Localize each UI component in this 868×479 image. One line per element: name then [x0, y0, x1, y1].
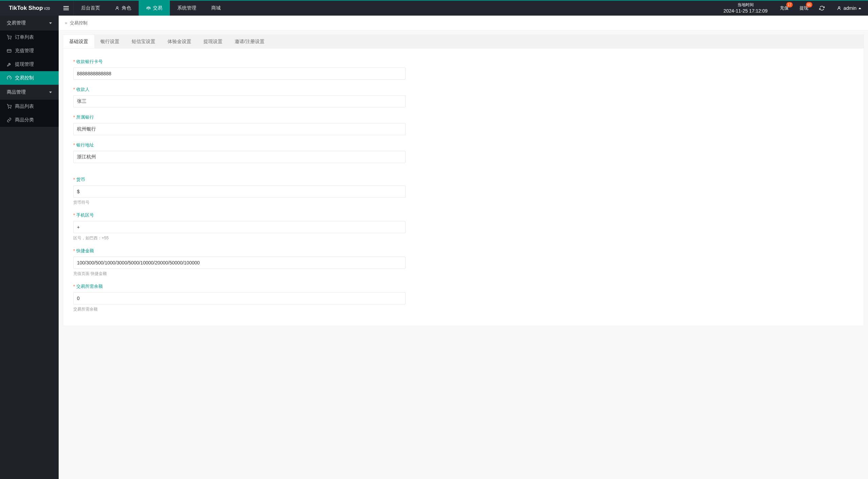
- form: *收款银行卡号 *收款人 *所属银行 *银行地址 *货币: [63, 48, 864, 326]
- required-mark: *: [73, 284, 75, 289]
- sidebar: 交易管理 订单列表 充值管理 提现管理 交易控制: [0, 16, 59, 479]
- menu-toggle-button[interactable]: [59, 1, 74, 16]
- nav-home[interactable]: 后台首页: [74, 1, 107, 16]
- chevron-down-icon: [49, 92, 52, 93]
- withdraw-badge: 65: [806, 2, 812, 7]
- payee-input[interactable]: [73, 95, 406, 107]
- refresh-button[interactable]: [814, 1, 830, 16]
- admin-menu[interactable]: admin: [830, 5, 868, 11]
- nav-mall[interactable]: 商城: [204, 1, 228, 16]
- user-icon: [837, 6, 842, 11]
- time-display: 当地时间 2024-11-25 17:12:09: [717, 2, 774, 14]
- admin-name: admin: [844, 5, 856, 11]
- trade-balance-input[interactable]: [73, 292, 406, 304]
- tab-sms[interactable]: 短信宝设置: [125, 35, 161, 48]
- nav-role[interactable]: 角色: [107, 1, 139, 16]
- tab-label: 提现设置: [203, 39, 222, 45]
- bank-card-input[interactable]: [73, 67, 406, 80]
- breadcrumb-current: 交易控制: [70, 20, 87, 26]
- sidebar-group-trade[interactable]: 交易管理: [0, 16, 59, 31]
- gauge-icon: [7, 76, 12, 80]
- label-text: 交易所需余额: [76, 284, 103, 289]
- bank-input[interactable]: [73, 123, 406, 135]
- scale-icon: [146, 6, 151, 11]
- svg-point-6: [8, 108, 9, 108]
- chevron-up-icon: [859, 7, 861, 9]
- field-label: *银行地址: [73, 142, 406, 148]
- field-bank: *所属银行: [73, 114, 406, 135]
- field-bank-card: *收款银行卡号: [73, 59, 406, 80]
- field-payee: *收款人: [73, 86, 406, 107]
- currency-input[interactable]: [73, 185, 406, 198]
- svg-point-1: [839, 6, 840, 8]
- tab-label: 邀请/注册设置: [235, 39, 264, 45]
- tab-invite[interactable]: 邀请/注册设置: [229, 35, 271, 48]
- sidebar-item-label: 充值管理: [15, 48, 34, 54]
- phone-area-help: 区号，如巴西：+55: [73, 235, 406, 241]
- field-currency: *货币 货币符号: [73, 177, 406, 205]
- label-text: 手机区号: [76, 213, 94, 218]
- time-label: 当地时间: [724, 2, 768, 8]
- field-label: *交易所需余额: [73, 283, 406, 290]
- layout: 交易管理 订单列表 充值管理 提现管理 交易控制: [0, 16, 868, 479]
- label-text: 所属银行: [76, 115, 94, 120]
- recharge-badge: 17: [786, 2, 793, 7]
- required-mark: *: [73, 177, 75, 182]
- phone-area-input[interactable]: [73, 221, 406, 233]
- tab-label: 基础设置: [69, 39, 88, 45]
- recharge-button[interactable]: 充值 17: [774, 1, 794, 16]
- sidebar-item-goods-cat[interactable]: 商品分类: [0, 113, 59, 127]
- card-icon: [7, 48, 12, 53]
- field-label: *收款人: [73, 86, 406, 93]
- field-quick-amount: *快捷金额 充值页面 快捷金额: [73, 248, 406, 277]
- field-trade-balance: *交易所需余额 交易所需余额: [73, 283, 406, 312]
- sidebar-item-label: 商品分类: [15, 117, 34, 123]
- nav-mall-label: 商城: [211, 5, 221, 11]
- required-mark: *: [73, 59, 75, 64]
- quick-amount-input[interactable]: [73, 257, 406, 269]
- withdraw-button[interactable]: 提现 65: [794, 1, 814, 16]
- sidebar-item-trade-control[interactable]: 交易控制: [0, 71, 59, 85]
- trade-balance-help: 交易所需余额: [73, 306, 406, 312]
- tab-trial[interactable]: 体验金设置: [161, 35, 197, 48]
- tab-withdraw[interactable]: 提现设置: [197, 35, 229, 48]
- bank-address-input[interactable]: [73, 151, 406, 163]
- sidebar-group-goods-label: 商品管理: [7, 89, 26, 95]
- tab-bank[interactable]: 银行设置: [94, 35, 125, 48]
- nav-home-label: 后台首页: [81, 5, 100, 11]
- required-mark: *: [73, 87, 75, 92]
- field-phone-area: *手机区号 区号，如巴西：+55: [73, 212, 406, 241]
- sidebar-item-goods-list[interactable]: 商品列表: [0, 100, 59, 113]
- field-label: *快捷金额: [73, 248, 406, 254]
- time-value: 2024-11-25 17:12:09: [724, 8, 768, 15]
- header-right: 当地时间 2024-11-25 17:12:09 充值 17 提现 65 adm…: [717, 1, 868, 16]
- sidebar-item-label: 订单列表: [15, 34, 34, 40]
- nav-role-label: 角色: [122, 5, 131, 11]
- label-text: 货币: [76, 177, 85, 182]
- chevron-down-icon: [49, 22, 52, 24]
- content-panel: 基础设置 银行设置 短信宝设置 体验金设置 提现设置 邀请/注册设置 *收款银行…: [63, 35, 864, 326]
- required-mark: *: [73, 213, 75, 218]
- label-text: 收款人: [76, 87, 90, 92]
- tabs: 基础设置 银行设置 短信宝设置 体验金设置 提现设置 邀请/注册设置: [63, 35, 864, 48]
- sidebar-item-withdraw[interactable]: 提现管理: [0, 58, 59, 71]
- sidebar-item-label: 商品列表: [15, 103, 34, 109]
- tab-label: 短信宝设置: [132, 39, 155, 45]
- sidebar-item-orders[interactable]: 订单列表: [0, 31, 59, 44]
- refresh-icon: [819, 5, 825, 11]
- brand-version: V20: [44, 7, 50, 11]
- tab-basic[interactable]: 基础设置: [63, 35, 94, 48]
- required-mark: *: [73, 248, 75, 253]
- quick-amount-help: 充值页面 快捷金额: [73, 271, 406, 277]
- sidebar-group-trade-label: 交易管理: [7, 20, 26, 26]
- cart-icon: [7, 104, 12, 109]
- svg-point-2: [8, 39, 9, 39]
- top-nav: 后台首页 角色 交易 系统管理 商城: [74, 1, 228, 16]
- sidebar-item-label: 提现管理: [15, 61, 34, 67]
- sidebar-item-recharge[interactable]: 充值管理: [0, 44, 59, 58]
- svg-point-0: [117, 6, 118, 8]
- sidebar-group-goods[interactable]: 商品管理: [0, 85, 59, 100]
- nav-system[interactable]: 系统管理: [170, 1, 204, 16]
- brand-name: TikTok Shop: [9, 5, 43, 12]
- nav-trade[interactable]: 交易: [139, 1, 170, 16]
